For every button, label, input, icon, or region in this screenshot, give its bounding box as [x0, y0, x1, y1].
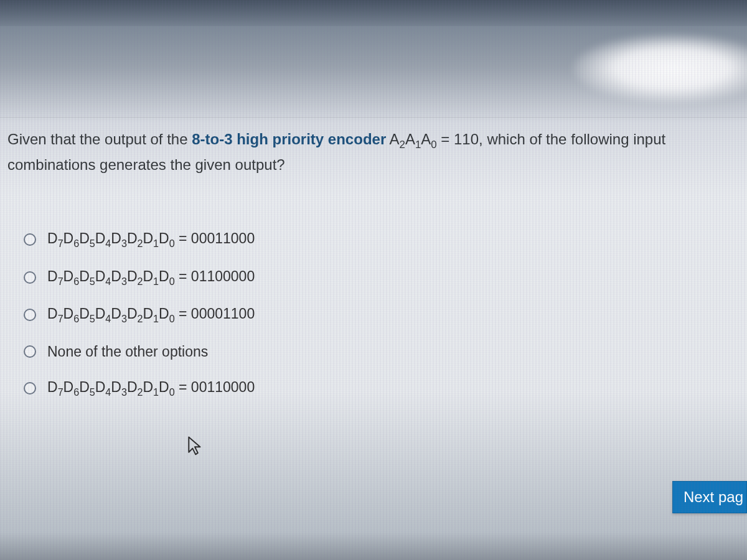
- option-label: None of the other options: [47, 343, 208, 360]
- sub-a1: 1: [415, 139, 421, 151]
- divider-line: [0, 117, 747, 118]
- options-list: D7D6D5D4D3D2D1D0 = 00011000D7D6D5D4D3D2D…: [24, 230, 722, 416]
- cursor-icon: [187, 436, 203, 457]
- option-label: D7D6D5D4D3D2D1D0 = 00110000: [47, 379, 255, 398]
- screen-glare: [573, 34, 747, 103]
- sub-a2: 2: [400, 139, 405, 151]
- radio-button[interactable]: [24, 271, 36, 284]
- option-label: D7D6D5D4D3D2D1D0 = 00011000: [47, 230, 255, 250]
- option-label: D7D6D5D4D3D2D1D0 = 00001100: [47, 306, 255, 325]
- question-mid: A: [386, 131, 399, 147]
- top-dark-band: [0, 0, 747, 26]
- question-pre: Given that the output of the: [7, 131, 192, 147]
- radio-button[interactable]: [24, 233, 36, 246]
- next-page-button[interactable]: Next pag: [672, 481, 747, 513]
- option-label: D7D6D5D4D3D2D1D0 = 01100000: [47, 268, 255, 287]
- sub-a0: 0: [431, 139, 436, 151]
- option-row-3[interactable]: None of the other options: [24, 343, 722, 360]
- option-row-0[interactable]: D7D6D5D4D3D2D1D0 = 00011000: [24, 230, 722, 250]
- option-row-4[interactable]: D7D6D5D4D3D2D1D0 = 00110000: [24, 379, 722, 398]
- option-row-2[interactable]: D7D6D5D4D3D2D1D0 = 00001100: [24, 306, 722, 325]
- option-row-1[interactable]: D7D6D5D4D3D2D1D0 = 01100000: [24, 268, 722, 287]
- radio-button[interactable]: [24, 309, 36, 321]
- radio-button[interactable]: [24, 345, 36, 358]
- question-highlight: 8-to-3 high priority encoder: [192, 131, 386, 147]
- radio-button[interactable]: [24, 382, 36, 394]
- question-text: Given that the output of the 8-to-3 high…: [7, 128, 735, 176]
